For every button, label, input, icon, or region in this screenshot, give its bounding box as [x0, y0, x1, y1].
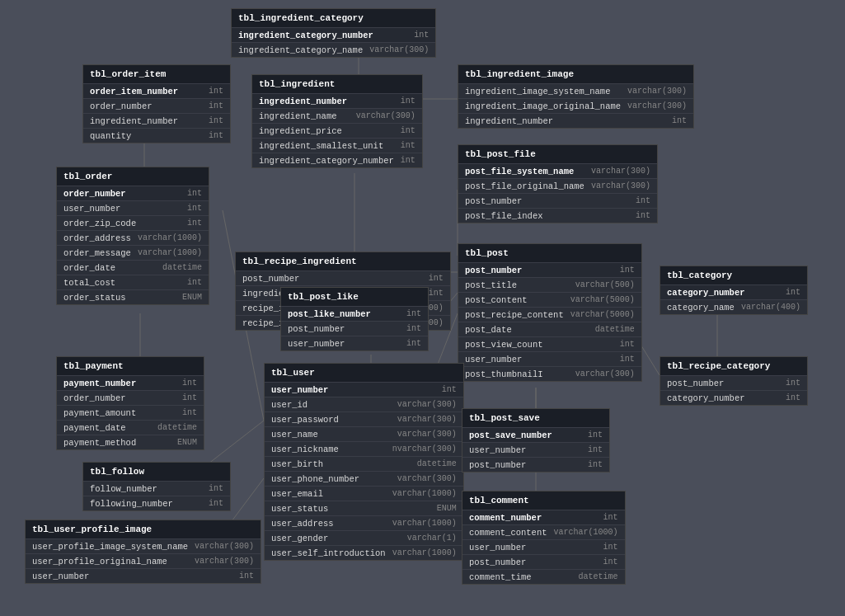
col-name: user_name [271, 430, 318, 440]
col-name: category_number [667, 288, 745, 298]
table-row: category_numberint [660, 284, 807, 299]
table-row: user_gendervarchar(1) [265, 530, 463, 545]
table-header-tbl_ingredient_category: tbl_ingredient_category [232, 9, 435, 27]
col-name: following_number [90, 499, 173, 509]
col-type: varchar(300) [195, 557, 254, 566]
col-type: datetime [417, 459, 457, 468]
table-row: user_birthdatetime [265, 456, 463, 471]
col-name: order_number [63, 189, 126, 199]
table-row: total_costint [57, 275, 209, 289]
col-type: int [620, 340, 635, 349]
col-type: int [406, 309, 421, 318]
col-name: user_status [271, 504, 328, 514]
col-type: varchar(1000) [138, 233, 202, 242]
table-row: user_numberint [265, 382, 463, 397]
col-type: int [182, 379, 197, 388]
col-name: ingredient_category_name [238, 45, 363, 55]
table-tbl_ingredient: tbl_ingredientingredient_numberintingred… [251, 74, 423, 168]
table-row: order_numberint [57, 186, 209, 200]
table-row: user_self_introductionvarchar(1000) [265, 545, 463, 560]
table-row: post_numberint [281, 321, 428, 336]
table-tbl_post_like: tbl_post_likepost_like_numberintpost_num… [280, 287, 429, 351]
col-name: total_cost [63, 278, 115, 288]
table-row: order_messagevarchar(1000) [57, 245, 209, 260]
table-tbl_category: tbl_categorycategory_numberintcategory_n… [660, 266, 808, 315]
table-row: user_numberint [281, 336, 428, 350]
table-header-tbl_user: tbl_user [265, 364, 463, 382]
col-type: varchar(1) [407, 534, 457, 543]
table-row: post_titlevarchar(500) [458, 277, 641, 292]
table-header-tbl_comment: tbl_comment [462, 491, 625, 510]
col-type: int [182, 393, 197, 402]
table-row: order_item_numberint [83, 83, 230, 98]
col-name: ingredient_category_number [238, 31, 373, 40]
col-type: int [406, 339, 421, 348]
table-row: post_save_numberint [462, 427, 609, 442]
table-tbl_order_item: tbl_order_itemorder_item_numberintorder_… [82, 64, 231, 143]
table-header-tbl_user_profile_image: tbl_user_profile_image [26, 520, 261, 538]
col-type: varchar(300) [397, 474, 457, 483]
col-name: ingredient_number [259, 96, 347, 106]
table-row: order_statusENUM [57, 289, 209, 304]
table-header-tbl_recipe_ingredient: tbl_recipe_ingredient [236, 252, 450, 270]
table-header-tbl_post_save: tbl_post_save [462, 409, 609, 427]
col-name: post_number [242, 274, 299, 284]
col-type: int [209, 131, 223, 140]
table-tbl_user: tbl_useruser_numberintuser_idvarchar(300… [264, 363, 464, 561]
table-row: payment_datedatetime [57, 420, 204, 435]
table-header-tbl_recipe_category: tbl_recipe_category [660, 357, 807, 375]
col-type: datetime [579, 572, 618, 581]
table-row: ingredient_numberint [458, 113, 693, 128]
col-name: category_name [667, 303, 735, 313]
col-name: order_zip_code [63, 219, 136, 228]
table-tbl_post_file: tbl_post_filepost_file_system_namevarcha… [458, 144, 658, 223]
col-type: int [187, 204, 202, 213]
col-name: user_self_introduction [271, 548, 386, 558]
col-name: user_number [63, 204, 120, 214]
table-row: user_numberint [57, 200, 209, 215]
col-type: int [209, 484, 223, 493]
table-header-tbl_ingredient_image: tbl_ingredient_image [458, 65, 693, 83]
table-header-tbl_category: tbl_category [660, 266, 807, 284]
col-name: post_content [465, 295, 528, 305]
col-type: varchar(5000) [570, 295, 635, 304]
table-row: post_contentvarchar(5000) [458, 292, 641, 307]
col-name: user_password [271, 415, 339, 425]
col-name: ingredient_price [259, 126, 342, 136]
col-name: quantity [90, 131, 131, 141]
table-row: post_thumbnailIvarchar(300) [458, 366, 641, 381]
col-type: int [209, 87, 223, 96]
col-name: user_profile_image_system_name [32, 542, 188, 552]
table-row: post_datedatetime [458, 322, 641, 336]
col-name: follow_number [90, 484, 157, 494]
col-name: payment_date [63, 423, 126, 433]
table-row: order_numberint [83, 98, 230, 113]
col-type: varchar(300) [195, 542, 254, 551]
col-name: user_number [271, 385, 328, 395]
table-row: post_file_original_namevarchar(300) [458, 178, 657, 193]
table-row: order_datedatetime [57, 260, 209, 275]
col-type: varchar(5000) [570, 310, 635, 319]
col-name: user_profile_original_name [32, 557, 167, 567]
col-name: payment_method [63, 438, 136, 448]
col-type: varchar(300) [369, 45, 429, 54]
table-row: comment_contentvarchar(1000) [462, 524, 625, 539]
table-header-tbl_post_like: tbl_post_like [281, 288, 428, 306]
table-row: quantityint [83, 128, 230, 143]
table-tbl_follow: tbl_followfollow_numberintfollowing_numb… [82, 462, 231, 511]
table-tbl_recipe_category: tbl_recipe_categorypost_numberintcategor… [660, 356, 808, 406]
table-tbl_order: tbl_orderorder_numberintuser_numberintor… [56, 167, 209, 305]
table-row: post_file_system_namevarchar(300) [458, 163, 657, 178]
col-type: datetime [162, 263, 202, 272]
col-name: user_nickname [271, 444, 339, 454]
col-type: int [636, 196, 650, 205]
table-row: category_namevarchar(400) [660, 299, 807, 314]
table-row: user_profile_original_namevarchar(300) [26, 553, 261, 568]
col-type: varchar(300) [591, 181, 650, 190]
table-tbl_payment: tbl_paymentpayment_numberintorder_number… [56, 356, 204, 450]
col-type: int [442, 385, 457, 394]
table-row: user_numberint [458, 351, 641, 366]
col-name: order_status [63, 293, 126, 303]
table-tbl_post_save: tbl_post_savepost_save_numberintuser_num… [462, 408, 610, 473]
col-type: ENUM [437, 504, 457, 513]
